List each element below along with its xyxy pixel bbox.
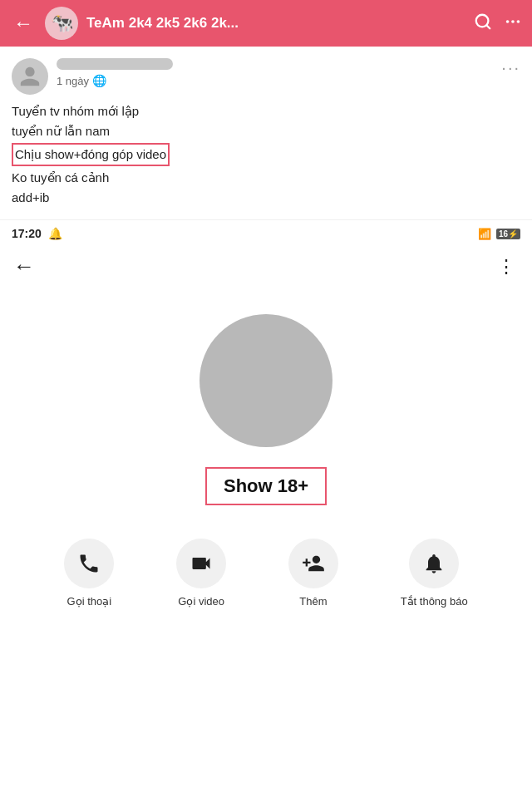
profile-name-box: Show 18+ — [205, 467, 327, 505]
action-buttons: Gọi thoại Gọi video Thêm — [17, 530, 515, 608]
battery-icon: 16⚡ — [496, 229, 520, 239]
group-title[interactable]: TeAm 2k4 2k5 2k6 2k... — [86, 15, 466, 32]
svg-point-2 — [506, 20, 510, 23]
mute-label: Tắt thông báo — [401, 595, 468, 608]
post-line-5: add+ib — [12, 188, 520, 208]
video-icon-circle — [176, 539, 226, 588]
profile-page-header: ← ⋮ — [0, 244, 532, 289]
more-icon[interactable] — [504, 12, 522, 35]
top-bar-icons — [474, 12, 522, 35]
video-call-action-button[interactable]: Gọi video — [176, 539, 226, 608]
profile-name-text: Show 18+ — [224, 475, 308, 496]
call-icon-circle — [64, 539, 114, 588]
status-bar: 17:20 🔔 📶 16⚡ — [0, 220, 532, 244]
svg-point-4 — [517, 20, 520, 23]
mute-action-button[interactable]: Tắt thông báo — [401, 539, 468, 608]
status-time: 17:20 — [12, 227, 42, 240]
svg-point-3 — [511, 20, 515, 23]
add-action-button[interactable]: Thêm — [288, 539, 338, 608]
add-person-icon — [302, 552, 325, 575]
post-time: 1 ngày 🌐 — [57, 74, 493, 87]
svg-line-1 — [486, 25, 490, 28]
post-line-1: Tuyển tv nhóm mới lập — [12, 101, 520, 121]
back-button[interactable]: ← — [10, 8, 37, 38]
profile-more-button[interactable]: ⋮ — [494, 253, 519, 281]
video-call-label: Gọi video — [178, 595, 224, 608]
phone-icon — [77, 552, 101, 575]
video-camera-icon — [190, 552, 213, 575]
profile-avatar-large — [200, 314, 332, 447]
post-card: 1 ngày 🌐 ··· Tuyển tv nhóm mới lập tuyển… — [0, 47, 532, 220]
group-avatar: 🐄 — [45, 7, 78, 40]
search-icon[interactable] — [474, 12, 492, 35]
profile-back-button[interactable]: ← — [13, 250, 42, 283]
mute-icon-circle — [409, 539, 459, 588]
post-line-highlighted: Chịu show+đóng góp video — [12, 143, 170, 166]
call-action-button[interactable]: Gọi thoại — [64, 539, 114, 608]
status-icons-right: 📶 16⚡ — [478, 228, 520, 240]
globe-icon: 🌐 — [92, 74, 106, 87]
post-line-2: tuyển nữ lẫn nam — [12, 121, 520, 141]
bell-icon — [422, 552, 446, 575]
add-icon-circle — [288, 539, 338, 588]
profile-content: Show 18+ Gọi thoại Gọi video — [0, 289, 532, 624]
post-line-4: Ko tuyển cá cảnh — [12, 168, 520, 188]
top-bar: ← 🐄 TeAm 2k4 2k5 2k6 2k... — [0, 0, 532, 47]
signal-icon: 📶 — [478, 228, 491, 240]
post-body: Tuyển tv nhóm mới lập tuyển nữ lẫn nam C… — [12, 101, 520, 208]
post-avatar — [12, 58, 48, 95]
post-more-button[interactable]: ··· — [501, 58, 520, 77]
add-label: Thêm — [299, 595, 327, 608]
post-header: 1 ngày 🌐 ··· — [12, 58, 520, 95]
post-name-placeholder — [57, 58, 173, 70]
notification-icon: 🔔 — [48, 227, 62, 240]
call-label: Gọi thoại — [67, 595, 112, 608]
post-meta: 1 ngày 🌐 — [57, 58, 493, 87]
